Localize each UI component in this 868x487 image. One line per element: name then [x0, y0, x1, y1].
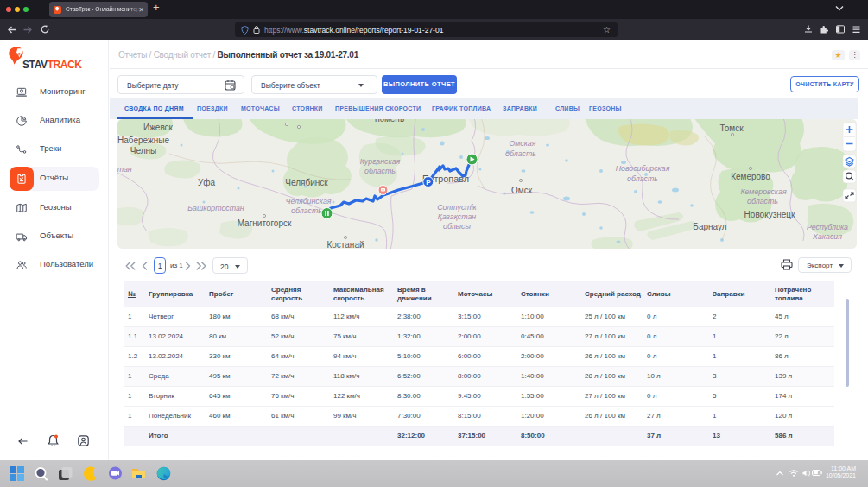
svg-text:Костанай: Костанай [326, 240, 364, 249]
svg-text:Барнаул: Барнаул [693, 222, 726, 231]
svg-text:Омская: Омская [510, 139, 536, 148]
svg-text:Челны: Челны [130, 146, 156, 155]
svg-text:Республика: Республика [807, 223, 848, 231]
svg-text:Челябинская: Челябинская [285, 197, 331, 206]
svg-text:область: область [291, 206, 322, 215]
svg-text:Томск: Томск [719, 123, 744, 133]
svg-text:Магнитогорск: Магнитогорск [238, 218, 292, 228]
svg-text:Омск: Омск [511, 186, 533, 195]
svg-text:Курганская: Курганская [360, 157, 401, 166]
svg-text:Ижевск: Ижевск [143, 123, 174, 132]
svg-text:Солтүстік: Солтүстік [437, 203, 477, 212]
svg-text:Тюмень: Тюмень [373, 119, 404, 123]
svg-text:Хакасия: Хакасия [812, 232, 842, 241]
svg-text:область: область [505, 149, 536, 158]
svg-text:Башкортостан: Башкортостан [187, 204, 244, 212]
svg-text:Челябинск: Челябинск [285, 178, 328, 187]
svg-text:область: область [627, 174, 658, 183]
svg-text:Қазақстан: Қазақстан [438, 212, 476, 221]
svg-text:Новосибирская: Новосибирская [616, 164, 670, 173]
svg-text:Кемеровская: Кемеровская [740, 187, 787, 196]
svg-text:область: область [364, 167, 396, 175]
svg-text:Новокузнецк: Новокузнецк [744, 210, 795, 219]
svg-text:стан: стан [117, 165, 132, 174]
svg-text:P: P [426, 179, 431, 187]
svg-text:облысы: облысы [443, 222, 471, 231]
svg-text:Набережные: Набережные [117, 136, 169, 145]
svg-text:область: область [747, 197, 778, 206]
svg-text:Кемерово: Кемерово [731, 172, 770, 181]
svg-text:Уфа: Уфа [198, 178, 216, 187]
